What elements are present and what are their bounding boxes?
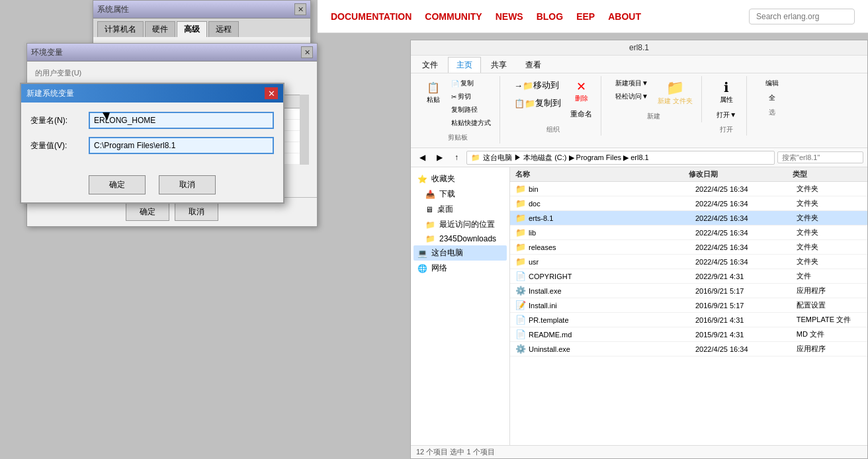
open-label: 打开 <box>720 125 733 134</box>
sys-props-close[interactable]: ✕ <box>294 3 306 15</box>
forward-button[interactable]: ▶ <box>432 150 447 165</box>
favorites-label: 收藏夹 <box>431 173 455 185</box>
file-explorer-window: erl8.1 文件 主页 共享 查看 📋 粘贴 📄 复制 <box>410 40 868 459</box>
tab-remote[interactable]: 远程 <box>208 21 239 37</box>
tab-computer-name[interactable]: 计算机名 <box>97 21 144 37</box>
sidebar-thispc[interactable]: 💻 这台电脑 <box>413 245 507 261</box>
file-type: 文件夹 <box>797 198 862 208</box>
delete-icon: ✕ <box>576 79 586 94</box>
table-row[interactable]: 📁 usr 2022/4/25 16:34 文件夹 <box>510 255 867 269</box>
file-name: erts-8.1 <box>529 214 693 222</box>
nav-documentation[interactable]: DOCUMENTATION <box>331 11 412 22</box>
copy-path-button[interactable]: 复制路径 <box>448 104 494 116</box>
header-type: 类型 <box>793 169 862 179</box>
file-date: 2022/4/25 16:34 <box>695 243 794 251</box>
edit-button[interactable]: 编辑 <box>762 77 782 89</box>
up-button[interactable]: ↑ <box>449 150 464 165</box>
sidebar-favorites[interactable]: ⭐ 收藏夹 <box>413 171 507 187</box>
new-item-button[interactable]: 新建项目▼ <box>612 77 652 89</box>
sidebar-downloads[interactable]: 📥 下载 <box>413 187 507 202</box>
file-explorer-ribbon: 文件 主页 共享 查看 📋 粘贴 📄 复制 <box>411 56 867 148</box>
network-icon: 🌐 <box>417 264 427 273</box>
table-row[interactable]: 📁 lib 2022/4/25 16:34 文件夹 <box>510 226 867 240</box>
tab-view[interactable]: 查看 <box>517 57 550 73</box>
file-list-header: 名称 修改日期 类型 <box>510 167 867 182</box>
nav-community[interactable]: COMMUNITY <box>425 11 482 22</box>
copy-path-label: 复制路径 <box>451 105 478 114</box>
erlang-header: DOCUMENTATION COMMUNITY NEWS BLOG EEP AB… <box>318 0 868 33</box>
sidebar: ⭐ 收藏夹 📥 下载 🖥 桌面 📁 最近访问的位置 📁 2345Download… <box>411 167 510 445</box>
user-vars-label: 的用户变量(U) <box>35 68 309 78</box>
open-label: 打开▼ <box>716 110 736 120</box>
nav-eep[interactable]: EEP <box>576 11 595 22</box>
new-var-ok[interactable]: 确定 <box>89 175 146 194</box>
paste-label: 粘贴 <box>427 95 440 104</box>
easy-access-button[interactable]: 轻松访问▼ <box>612 91 652 103</box>
env-vars-close[interactable]: ✕ <box>301 46 313 58</box>
erlang-nav: DOCUMENTATION COMMUNITY NEWS BLOG EEP AB… <box>331 11 749 22</box>
ribbon-group-open: ℹ 属性 打开▼ 打开 <box>707 76 747 136</box>
move-to-button[interactable]: →📁 移动到 <box>511 77 564 93</box>
rename-button[interactable]: 重命名 <box>567 107 595 121</box>
select-all-button[interactable]: 全 <box>765 92 779 104</box>
env-cancel-button[interactable]: 取消 <box>175 203 218 221</box>
table-row[interactable]: 📄 PR.template 2016/9/21 4:31 TEMPLATE 文件 <box>510 313 867 327</box>
2345-icon: 📁 <box>425 234 435 243</box>
new-folder-button[interactable]: 📁 新建 文件夹 <box>654 77 696 108</box>
search-box[interactable] <box>777 151 863 163</box>
tab-advanced[interactable]: 高级 <box>177 21 207 37</box>
nav-blog[interactable]: BLOG <box>537 11 563 22</box>
ribbon-group-select: 编辑 全 选 <box>752 76 792 118</box>
nav-about[interactable]: ABOUT <box>608 11 641 22</box>
env-ok-button[interactable]: 确定 <box>126 203 169 221</box>
paste-button[interactable]: 📋 粘贴 <box>421 77 445 129</box>
table-row[interactable]: 📁 bin 2022/4/25 16:34 文件夹 <box>510 182 867 196</box>
properties-button[interactable]: ℹ 属性 <box>715 77 738 106</box>
ribbon-tabs: 文件 主页 共享 查看 <box>411 57 867 73</box>
back-button[interactable]: ◀ <box>415 150 429 165</box>
copy-to-label: 复制到 <box>535 97 561 109</box>
cut-button[interactable]: ✂ 剪切 <box>448 91 494 103</box>
table-row[interactable]: 📝 Install.ini 2016/9/21 5:17 配置设置 <box>510 298 867 313</box>
table-row[interactable]: 📁 releases 2022/4/25 16:34 文件夹 <box>510 240 867 255</box>
file-name: PR.template <box>529 316 693 324</box>
env-scrollbar[interactable] <box>300 95 309 165</box>
tab-home[interactable]: 主页 <box>448 57 481 73</box>
paste-shortcut-button[interactable]: 粘贴快捷方式 <box>448 117 494 129</box>
sidebar-network[interactable]: 🌐 网络 <box>413 261 507 276</box>
tab-file[interactable]: 文件 <box>413 57 447 73</box>
file-list: 名称 修改日期 类型 📁 bin 2022/4/25 16:34 文件夹 📁 d… <box>510 167 867 445</box>
table-row[interactable]: ⚙️ Uninstall.exe 2022/4/25 16:34 应用程序 <box>510 342 867 356</box>
file-date: 2022/9/21 4:31 <box>695 272 794 280</box>
sidebar-desktop[interactable]: 🖥 桌面 <box>413 202 507 217</box>
new-var-cancel[interactable]: 取消 <box>159 175 216 194</box>
nav-news[interactable]: NEWS <box>496 11 523 22</box>
table-row[interactable]: 📁 doc 2022/4/25 16:34 文件夹 <box>510 196 867 211</box>
file-type: 文件夹 <box>797 213 862 223</box>
var-value-label: 变量值(V): <box>30 140 83 151</box>
tab-share[interactable]: 共享 <box>482 57 515 73</box>
select-all-label: 全 <box>769 93 775 103</box>
file-explorer-main: ⭐ 收藏夹 📥 下载 🖥 桌面 📁 最近访问的位置 📁 2345Download… <box>411 167 867 445</box>
sidebar-2345[interactable]: 📁 2345Downloads <box>413 232 507 245</box>
table-row[interactable]: 📁 erts-8.1 2022/4/25 16:34 文件夹 <box>510 211 867 226</box>
table-row[interactable]: ⚙️ Install.exe 2016/9/21 5:17 应用程序 <box>510 284 867 298</box>
copy-to-button[interactable]: 📋📁 复制到 <box>511 95 564 111</box>
file-date: 2015/9/21 4:31 <box>695 331 794 339</box>
delete-button[interactable]: ✕ 删除 <box>567 77 595 105</box>
var-name-input[interactable] <box>89 112 274 129</box>
sidebar-recent[interactable]: 📁 最近访问的位置 <box>413 217 507 232</box>
erlang-search-input[interactable] <box>749 9 855 24</box>
table-row[interactable]: 📄 README.md 2015/9/21 4:31 MD 文件 <box>510 327 867 342</box>
tab-hardware[interactable]: 硬件 <box>145 21 175 37</box>
file-icon: 📄 <box>515 271 526 281</box>
new-var-close[interactable]: ✕ <box>265 87 278 99</box>
file-date: 2016/9/21 4:31 <box>695 316 794 324</box>
paste-icon: 📋 <box>425 79 441 95</box>
var-value-input[interactable] <box>89 137 274 154</box>
path-folder-icon: 📁 <box>471 153 480 162</box>
table-row[interactable]: 📄 COPYRIGHT 2022/9/21 4:31 文件 <box>510 269 867 284</box>
copy-button[interactable]: 📄 复制 <box>448 77 494 89</box>
open-button[interactable]: 打开▼ <box>713 109 740 121</box>
address-path[interactable]: 📁 这台电脑 ▶ 本地磁盘 (C:) ▶ Program Files ▶ erl… <box>466 151 775 165</box>
